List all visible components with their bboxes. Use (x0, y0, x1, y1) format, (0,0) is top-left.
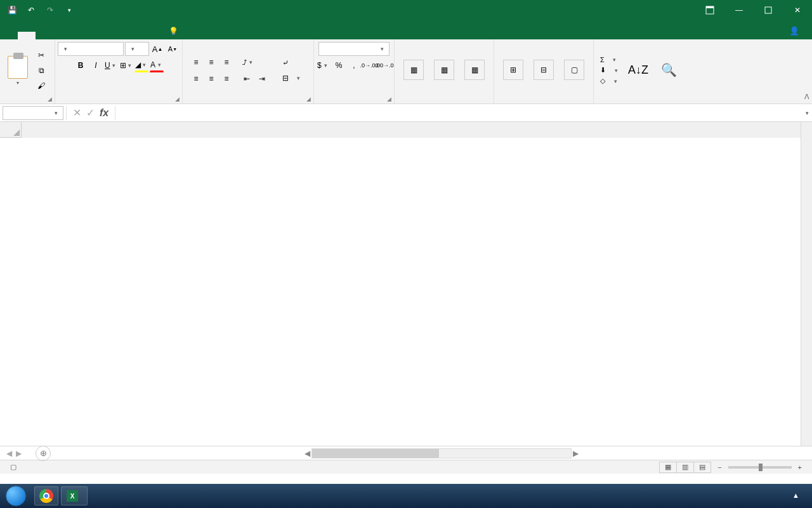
system-tray[interactable]: ▲ (786, 491, 812, 500)
increase-indent-button[interactable]: ⇥ (255, 72, 269, 86)
delete-cells-button[interactable]: ⊟ (528, 57, 559, 84)
font-name-combo[interactable]: ▾ (58, 42, 124, 56)
increase-decimal-button[interactable]: .0→.00 (362, 58, 376, 72)
maximize-icon[interactable] (754, 0, 783, 20)
close-icon[interactable]: ✕ (783, 0, 812, 20)
collapse-ribbon-icon[interactable]: ᐱ (804, 93, 809, 101)
tab-home[interactable] (18, 32, 36, 39)
windows-taskbar: X ▲ (0, 484, 812, 508)
expand-formula-bar-icon[interactable]: ▾ (802, 110, 812, 116)
column-headers (22, 122, 801, 138)
tab-insert[interactable] (36, 32, 53, 39)
align-center-button[interactable]: ≡ (204, 72, 218, 86)
ribbon-display-options-icon[interactable] (695, 0, 724, 20)
group-editing: Σ ▾ ⬇ ▾ ◇ ▾ A↓Z 🔍 (594, 39, 812, 104)
cell-styles-button[interactable]: ▦ (459, 57, 490, 84)
align-middle-button[interactable]: ≡ (204, 55, 218, 69)
font-color-button[interactable]: A▾ (150, 58, 164, 72)
macro-record-icon[interactable]: ▢ (10, 463, 16, 471)
bold-button[interactable]: B (74, 58, 88, 72)
tab-page-layout[interactable] (53, 32, 71, 39)
horizontal-scrollbar[interactable] (311, 448, 572, 458)
share-button[interactable]: 👤 (780, 22, 812, 39)
sheet-nav-prev-icon[interactable]: ◀ (6, 449, 12, 458)
underline-button[interactable]: U▾ (104, 58, 118, 72)
clear-button[interactable]: ◇ ▾ (600, 77, 620, 85)
merge-center-button[interactable]: ⊟ ▾ (278, 72, 307, 84)
align-bottom-button[interactable]: ≡ (219, 55, 233, 69)
sigma-icon: Σ (600, 56, 605, 64)
align-left-button[interactable]: ≡ (189, 72, 203, 86)
tab-formulas[interactable] (71, 32, 89, 39)
comma-format-button[interactable]: , (347, 58, 361, 72)
vertical-scrollbar[interactable] (801, 122, 812, 446)
tab-file[interactable] (0, 20, 18, 39)
sheet-nav-next-icon[interactable]: ▶ (16, 449, 22, 458)
sort-filter-button[interactable]: A↓Z (623, 57, 653, 84)
minimize-icon[interactable]: — (724, 0, 754, 20)
cut-button[interactable]: ✂ (34, 48, 48, 62)
save-icon[interactable]: 💾 (4, 3, 20, 18)
normal-view-button[interactable]: ▦ (659, 462, 677, 473)
wrap-text-button[interactable]: ⤶ (278, 57, 307, 69)
decrease-decimal-button[interactable]: .00→.0 (377, 58, 391, 72)
redo-icon[interactable]: ↷ (42, 3, 58, 18)
zoom-out-button[interactable]: − (717, 464, 721, 471)
format-painter-button[interactable]: 🖌 (34, 79, 48, 93)
find-select-button[interactable]: 🔍 (653, 57, 684, 84)
percent-format-button[interactable]: % (332, 58, 346, 72)
tab-review[interactable] (107, 32, 124, 39)
formula-input[interactable] (115, 106, 802, 120)
dialog-launcher-icon[interactable]: ◢ (48, 96, 52, 102)
page-layout-view-button[interactable]: ▥ (676, 462, 694, 473)
insert-cells-button[interactable]: ⊞ (498, 57, 528, 84)
borders-button[interactable]: ⊞▾ (119, 58, 133, 72)
font-size-combo[interactable]: ▾ (125, 42, 149, 56)
start-button[interactable] (0, 484, 32, 508)
dialog-launcher-icon[interactable]: ◢ (387, 96, 391, 102)
decrease-indent-button[interactable]: ⇤ (240, 72, 254, 86)
decrease-font-button[interactable]: A▼ (166, 42, 180, 56)
format-as-table-button[interactable]: ▦ (429, 57, 459, 84)
conditional-formatting-button[interactable]: ▦ (398, 57, 429, 84)
accounting-format-button[interactable]: $▾ (317, 58, 331, 72)
tell-me-search[interactable]: 💡 (164, 23, 187, 39)
fill-button[interactable]: ⬇ ▾ (600, 66, 620, 74)
undo-icon[interactable]: ↶ (23, 3, 39, 18)
tray-chevron-icon[interactable]: ▲ (792, 491, 799, 500)
cancel-formula-icon[interactable]: ✕ (73, 107, 81, 119)
paste-button[interactable]: ▾ (4, 55, 32, 87)
insert-function-icon[interactable]: fx (100, 107, 108, 119)
tab-data[interactable] (89, 32, 107, 39)
autosum-button[interactable]: Σ ▾ (600, 56, 620, 64)
align-right-button[interactable]: ≡ (219, 72, 233, 86)
zoom-in-button[interactable]: + (798, 464, 802, 471)
number-format-combo[interactable]: ▾ (318, 42, 390, 56)
align-top-button[interactable]: ≡ (189, 55, 203, 69)
group-cells: ⊞ ⊟ ▢ (494, 39, 594, 104)
cells-area[interactable] (22, 138, 801, 446)
tab-developer[interactable] (142, 32, 160, 39)
zoom-slider[interactable] (728, 466, 792, 469)
page-break-view-button[interactable]: ▤ (693, 462, 711, 473)
increase-font-button[interactable]: A▲ (150, 42, 164, 56)
name-box[interactable]: ▾ (3, 106, 63, 120)
hscroll-right-icon[interactable]: ▶ (573, 449, 579, 458)
enter-formula-icon[interactable]: ✓ (86, 107, 95, 119)
orientation-button[interactable]: ⭜▾ (240, 55, 254, 69)
italic-button[interactable]: I (89, 58, 103, 72)
fill-color-button[interactable]: ◢▾ (134, 58, 148, 72)
select-all-corner[interactable] (0, 122, 22, 138)
taskbar-chrome[interactable] (34, 486, 58, 505)
customize-qat-icon[interactable]: ▾ (61, 3, 77, 18)
ribbon: ▾ ✂ ⧉ 🖌 ◢ ▾ ▾ A▲ A▼ B I U▾ ⊞▾ ◢▾ (0, 39, 812, 104)
tab-view[interactable] (124, 32, 142, 39)
format-cells-button[interactable]: ▢ (559, 57, 589, 84)
new-sheet-button[interactable]: ⊕ (36, 446, 51, 461)
hscroll-left-icon[interactable]: ◀ (304, 449, 310, 458)
taskbar-excel[interactable]: X (61, 486, 88, 505)
dialog-launcher-icon[interactable]: ◢ (306, 96, 311, 102)
dialog-launcher-icon[interactable]: ◢ (175, 96, 180, 102)
copy-button[interactable]: ⧉ (34, 64, 48, 77)
worksheet-grid[interactable] (0, 122, 812, 446)
